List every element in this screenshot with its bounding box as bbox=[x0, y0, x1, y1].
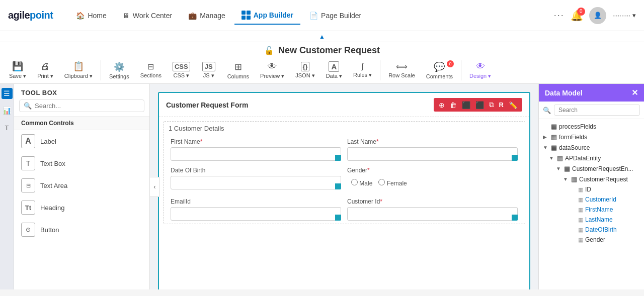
canvas-area: Customer Request Form ⊕ 🗑 ⬛ ⬛ ⧉ R ✏️ 1 C… bbox=[150, 84, 538, 289]
last-name-resize-handle[interactable] bbox=[512, 155, 518, 161]
row-scale-button[interactable]: ⟺ Row Scale bbox=[383, 60, 420, 80]
clipboard-button[interactable]: 📋 Clipboard bbox=[59, 59, 98, 81]
nav-manage[interactable]: 💼 Manage bbox=[181, 8, 232, 24]
tree-formfields[interactable]: ▶ ▦ formFields bbox=[539, 132, 644, 142]
textbox-item-label: Text Box bbox=[40, 160, 65, 167]
tree-customerrequest[interactable]: ▼ ▦ CustomerRequest bbox=[539, 174, 644, 184]
sections-button[interactable]: ⊟ Sections bbox=[135, 60, 167, 80]
data-model-title: Data Model bbox=[545, 89, 583, 97]
save-button[interactable]: 💾 Save bbox=[4, 59, 31, 81]
tree-field-lastname[interactable]: ▦ LastName bbox=[539, 215, 644, 225]
customer-id-resize-handle[interactable] bbox=[512, 215, 518, 221]
first-name-resize-handle[interactable] bbox=[335, 155, 341, 161]
sidebar-user-icon[interactable]: T bbox=[2, 122, 13, 133]
last-name-label: Last Name* bbox=[347, 138, 518, 145]
user-name[interactable]: ·········· ▾ bbox=[612, 12, 636, 19]
json-button[interactable]: {} JSON bbox=[290, 60, 319, 81]
form-edit-button[interactable]: ✏️ bbox=[507, 100, 519, 110]
tree-field-id[interactable]: ▦ ID bbox=[539, 184, 644, 194]
gender-male-radio[interactable] bbox=[351, 179, 358, 185]
tree-arrow-collapse-icon: ▼ bbox=[543, 145, 549, 150]
tree-field-firstname[interactable]: ▦ FirstName bbox=[539, 205, 644, 215]
last-name-input-wrap bbox=[347, 147, 518, 161]
toolbox-collapse-handle[interactable]: ‹ bbox=[150, 177, 160, 197]
form-delete-button[interactable]: 🗑 bbox=[448, 100, 459, 110]
collapse-up-icon[interactable]: ▲ bbox=[319, 33, 325, 40]
tree-field-gender[interactable]: ▦ Gender bbox=[539, 235, 644, 245]
dob-resize-handle[interactable] bbox=[335, 183, 341, 189]
tree-customerrequesten-arrow: ▼ bbox=[556, 166, 562, 171]
sidebar-forms-icon[interactable]: ☰ bbox=[2, 88, 13, 99]
data-model-panel: Data Model ✕ 🔍 ▦ processFields ▶ ▦ formF… bbox=[538, 84, 644, 289]
toolbox-textarea-item[interactable]: ⊟ Text Area bbox=[14, 174, 149, 196]
nav-page-builder[interactable]: 📄 Page Builder bbox=[302, 8, 368, 24]
print-button[interactable]: 🖨 Print bbox=[32, 59, 58, 81]
gender-label: Gender* bbox=[347, 167, 518, 174]
table-icon-2: ▦ bbox=[551, 133, 557, 141]
tree-processfields[interactable]: ▦ processFields bbox=[539, 121, 644, 132]
notification-button[interactable]: 🔔 0 bbox=[571, 10, 583, 22]
nav-right: ··· 🔔 0 👤 ·········· ▾ bbox=[554, 7, 636, 24]
tree-field-dob[interactable]: ▦ DateOfBirth bbox=[539, 225, 644, 235]
form-copy-button[interactable]: ⧉ bbox=[487, 100, 496, 110]
tree-apdataentity[interactable]: ▼ ▦ APDataEntity bbox=[539, 153, 644, 163]
rules-button[interactable]: ∫ Rules bbox=[348, 60, 377, 80]
gender-field: Gender* Male Female bbox=[344, 167, 521, 192]
tree-processfields-label: processFields bbox=[559, 123, 640, 130]
tree-datasource[interactable]: ▼ ▦ dataSource bbox=[539, 142, 644, 153]
data-model-search-input[interactable] bbox=[554, 105, 640, 116]
rules-icon: ∫ bbox=[361, 62, 363, 71]
tree-customerrequesten[interactable]: ▼ ▦ CustomerRequestEn... bbox=[539, 163, 644, 174]
gender-female-radio[interactable] bbox=[378, 179, 385, 185]
data-model-search-bar: 🔍 bbox=[539, 102, 644, 119]
form-resize-right-button[interactable]: ⬛ bbox=[473, 100, 486, 110]
toolbox-textbox-item[interactable]: T Text Box bbox=[14, 152, 149, 174]
nav-manage-label: Manage bbox=[200, 12, 225, 20]
more-button[interactable]: ··· bbox=[554, 10, 565, 21]
first-name-input[interactable] bbox=[171, 147, 341, 161]
form-action-toolbar: ⊕ 🗑 ⬛ ⬛ ⧉ R ✏️ bbox=[434, 98, 522, 112]
settings-button[interactable]: ⚙️ Settings bbox=[104, 59, 134, 81]
gender-female-option[interactable]: Female bbox=[378, 179, 407, 187]
common-controls-title: Common Controls bbox=[14, 116, 149, 130]
nav-work-center[interactable]: 🖥 Work Center bbox=[116, 8, 179, 24]
email-resize-handle[interactable] bbox=[335, 215, 341, 221]
columns-button[interactable]: ⊞ Columns bbox=[222, 59, 254, 81]
email-input[interactable] bbox=[171, 207, 341, 221]
preview-button[interactable]: 👁 Preview bbox=[255, 59, 289, 81]
email-label: EmailId bbox=[171, 198, 341, 205]
field-icon-id: ▦ bbox=[578, 186, 583, 193]
customer-id-input[interactable] bbox=[347, 207, 518, 221]
nav-work-center-label: Work Center bbox=[133, 12, 172, 20]
sidebar-chart-icon[interactable]: 📊 bbox=[2, 105, 13, 116]
table-icon-6: ▦ bbox=[571, 175, 577, 183]
nav-home[interactable]: 🏠 Home bbox=[69, 8, 113, 24]
js-button[interactable]: JS JS bbox=[196, 60, 221, 81]
notification-badge: 0 bbox=[577, 8, 585, 16]
preview-icon: 👁 bbox=[268, 61, 277, 72]
user-avatar[interactable]: 👤 bbox=[589, 7, 606, 24]
form-move-button[interactable]: ⊕ bbox=[437, 100, 447, 110]
comments-button[interactable]: 💬 0 Comments bbox=[421, 59, 458, 81]
form-row-1: First Name* Last Name* bbox=[164, 135, 525, 164]
grid-apps-icon bbox=[242, 11, 251, 20]
form-resize-left-button[interactable]: ⬛ bbox=[460, 100, 472, 110]
toolbox-button-item[interactable]: ⊙ Button bbox=[14, 219, 149, 241]
toolbox-search-input[interactable] bbox=[35, 102, 140, 110]
toolbox-heading-item[interactable]: Tt Heading bbox=[14, 196, 149, 219]
dob-input[interactable] bbox=[171, 176, 341, 189]
last-name-input[interactable] bbox=[347, 147, 518, 161]
nav-app-builder-label: App Builder bbox=[254, 11, 293, 19]
data-model-close-button[interactable]: ✕ bbox=[631, 88, 638, 97]
toolbox-label-item[interactable]: A Label bbox=[14, 130, 149, 152]
gender-male-option[interactable]: Male bbox=[351, 179, 372, 187]
data-model-search-icon: 🔍 bbox=[543, 107, 551, 114]
page-title: 🔓 New Customer Request bbox=[264, 45, 380, 56]
css-button[interactable]: CSS CSS bbox=[168, 60, 195, 81]
design-button[interactable]: 👁 Design bbox=[464, 59, 496, 81]
print-icon: 🖨 bbox=[41, 61, 50, 72]
nav-app-builder[interactable]: App Builder bbox=[234, 7, 300, 25]
data-button[interactable]: A Data bbox=[321, 59, 347, 81]
form-readonly-button[interactable]: R bbox=[497, 100, 506, 110]
tree-field-customerid[interactable]: ▦ CustomerId bbox=[539, 194, 644, 205]
